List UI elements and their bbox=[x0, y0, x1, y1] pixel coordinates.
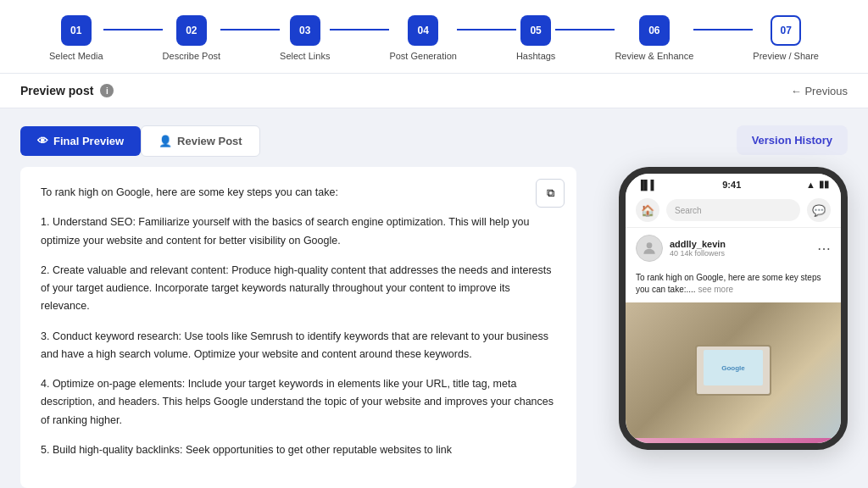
step-label-7: Preview / Share bbox=[753, 51, 819, 61]
user-icon: 👤 bbox=[159, 135, 172, 147]
content-paragraph-4: 4. Optimize on-page elements: Include yo… bbox=[41, 375, 556, 430]
content-paragraph-1: 1. Understand SEO: Familiarize yourself … bbox=[41, 214, 556, 250]
step-line-1 bbox=[103, 29, 163, 30]
step-circle-5: 05 bbox=[520, 15, 551, 46]
phone-search-bar: Search bbox=[666, 199, 800, 221]
step-circle-7: 07 bbox=[771, 15, 801, 46]
step-line-6 bbox=[693, 29, 753, 30]
content-text: To rank high on Google, here are some ke… bbox=[41, 184, 556, 459]
content-card: ⧉ To rank high on Google, here are some … bbox=[20, 167, 576, 488]
step-circle-3: 03 bbox=[290, 15, 320, 46]
previous-button[interactable]: ← Previous bbox=[791, 85, 848, 97]
eye-icon: 👁 bbox=[37, 135, 48, 147]
tab-review-post[interactable]: 👤 Review Post bbox=[141, 125, 260, 157]
phone-image-overlay: Google bbox=[626, 302, 841, 438]
phone-more-icon[interactable]: ⋯ bbox=[817, 241, 831, 257]
wifi-icon: ▲ bbox=[806, 180, 815, 190]
step-4[interactable]: 04 Post Generation bbox=[389, 15, 457, 61]
step-circle-1: 01 bbox=[61, 15, 92, 46]
tabs-row: 👁 Final Preview 👤 Review Post bbox=[20, 125, 576, 157]
laptop-screen: Google bbox=[704, 350, 763, 385]
step-5[interactable]: 05 Hashtags bbox=[516, 15, 555, 61]
preview-bar-left: Preview post i bbox=[20, 84, 114, 97]
step-6[interactable]: 06 Review & Enhance bbox=[615, 15, 693, 61]
search-placeholder: Search bbox=[675, 206, 702, 215]
phone-post-image: Google bbox=[626, 302, 841, 438]
step-line-3 bbox=[330, 29, 389, 30]
phone-signal-icon: ▐▌▌ bbox=[637, 180, 657, 190]
phone-avatar bbox=[636, 235, 663, 262]
phone-username: addlly_kevin bbox=[670, 239, 726, 249]
phone-time: 9:41 bbox=[722, 180, 741, 190]
content-paragraph-2: 2. Create valuable and relevant content:… bbox=[41, 262, 556, 316]
step-circle-6: 06 bbox=[639, 15, 670, 46]
battery-icon: ▮▮ bbox=[819, 179, 829, 190]
laptop-shape: Google bbox=[695, 345, 771, 396]
content-paragraph-0: To rank high on Google, here are some ke… bbox=[41, 184, 556, 202]
phone-status-icons: ▲ ▮▮ bbox=[806, 179, 829, 190]
stepper: 01 Select Media 02 Describe Post 03 Sele… bbox=[34, 15, 834, 61]
copy-icon: ⧉ bbox=[547, 186, 554, 200]
step-circle-4: 04 bbox=[408, 15, 438, 46]
right-panel: Version History ▐▌▌ 9:41 ▲ ▮▮ 🏠 Search 💬 bbox=[593, 125, 848, 488]
preview-post-label: Preview post bbox=[20, 84, 93, 97]
content-paragraph-5: 5. Build high-quality backlinks: Seek op… bbox=[41, 441, 556, 459]
phone-post-header: addlly_kevin 40 14k followers ⋯ bbox=[626, 228, 841, 269]
phone-nav-bar: 🏠 Search 💬 bbox=[626, 193, 841, 228]
phone-bottom-border bbox=[626, 438, 841, 443]
step-label-1: Select Media bbox=[49, 51, 103, 61]
step-label-3: Select Links bbox=[280, 51, 330, 61]
step-line-4 bbox=[457, 29, 516, 30]
review-post-label: Review Post bbox=[177, 135, 242, 147]
phone-mockup: ▐▌▌ 9:41 ▲ ▮▮ 🏠 Search 💬 bbox=[619, 167, 848, 450]
step-label-6: Review & Enhance bbox=[615, 51, 693, 61]
step-label-2: Describe Post bbox=[163, 51, 220, 61]
home-nav-icon[interactable]: 🏠 bbox=[636, 198, 659, 222]
preview-bar: Preview post i ← Previous bbox=[0, 74, 868, 108]
final-preview-label: Final Preview bbox=[53, 135, 124, 147]
phone-caption: To rank high on Google, here are some ke… bbox=[626, 269, 841, 302]
phone-followers: 40 14k followers bbox=[670, 249, 726, 258]
step-label-5: Hashtags bbox=[516, 51, 555, 61]
info-icon: i bbox=[100, 84, 114, 97]
tab-final-preview[interactable]: 👁 Final Preview bbox=[20, 126, 141, 156]
stepper-bar: 01 Select Media 02 Describe Post 03 Sele… bbox=[0, 0, 868, 74]
copy-button[interactable]: ⧉ bbox=[536, 179, 565, 208]
version-history-button[interactable]: Version History bbox=[737, 125, 848, 155]
step-2[interactable]: 02 Describe Post bbox=[163, 15, 220, 61]
step-7[interactable]: 07 Preview / Share bbox=[753, 15, 819, 61]
step-label-4: Post Generation bbox=[389, 51, 457, 61]
step-circle-2: 02 bbox=[176, 15, 207, 46]
content-paragraph-3: 3. Conduct keyword research: Use tools l… bbox=[41, 328, 556, 364]
left-panel: 👁 Final Preview 👤 Review Post ⧉ To rank … bbox=[20, 125, 576, 488]
step-line-2 bbox=[220, 29, 280, 30]
step-3[interactable]: 03 Select Links bbox=[280, 15, 330, 61]
step-1[interactable]: 01 Select Media bbox=[49, 15, 103, 61]
phone-user-info: addlly_kevin 40 14k followers bbox=[670, 239, 726, 258]
phone-status-bar: ▐▌▌ 9:41 ▲ ▮▮ bbox=[626, 174, 841, 193]
see-more-link[interactable]: see more bbox=[698, 285, 733, 294]
step-line-5 bbox=[555, 29, 615, 30]
message-nav-icon[interactable]: 💬 bbox=[807, 198, 831, 222]
svg-point-0 bbox=[647, 242, 653, 248]
main-area: 👁 Final Preview 👤 Review Post ⧉ To rank … bbox=[0, 108, 868, 488]
